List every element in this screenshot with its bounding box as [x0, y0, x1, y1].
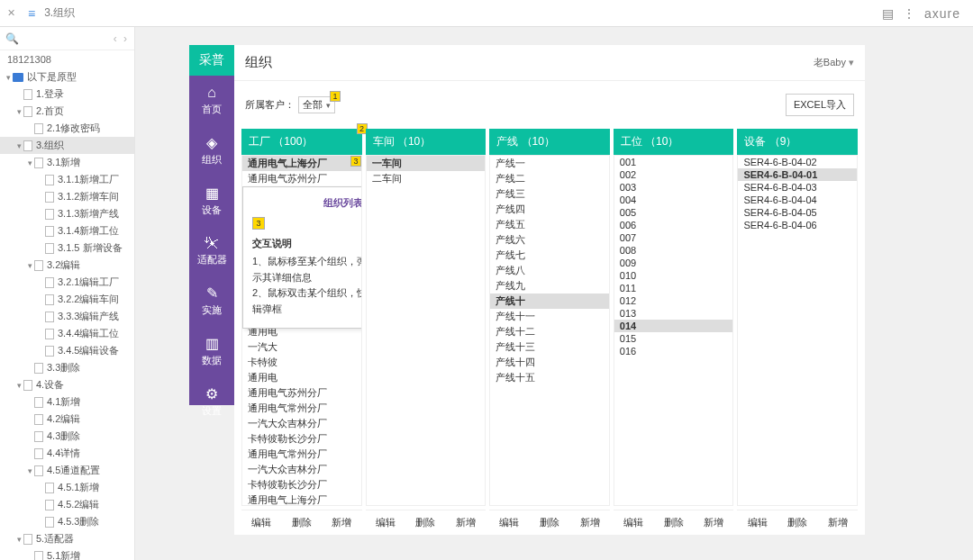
user-menu[interactable]: 老Baby: [814, 56, 854, 69]
list-item[interactable]: SER4-6-B-04-02: [738, 156, 857, 168]
delete-button[interactable]: 删除: [664, 516, 684, 529]
tree-item[interactable]: 3.1.1新增工厂: [0, 171, 134, 188]
tree-item[interactable]: 3.1.2新增车间: [0, 188, 134, 205]
list-item[interactable]: 006: [614, 219, 733, 231]
list-item[interactable]: 产线九: [490, 278, 609, 294]
add-button[interactable]: 新增: [580, 516, 600, 529]
tree-item[interactable]: 3.1.5 新增设备: [0, 239, 134, 257]
column-list[interactable]: 产线一产线二产线三产线四产线五产线六产线七产线八产线九产线十产线十一产线十二产线…: [489, 155, 610, 506]
tree-item[interactable]: ▾3.1新增: [0, 154, 134, 171]
annotation-1[interactable]: 1: [330, 91, 341, 102]
tree-item[interactable]: 4.1新增: [0, 393, 134, 411]
more-icon[interactable]: ⋮: [903, 6, 915, 21]
sidebar-item-组织[interactable]: ◈组织: [197, 125, 227, 176]
tree-item[interactable]: 3.1.4新增工位: [0, 222, 134, 239]
list-item[interactable]: 012: [614, 294, 733, 307]
prev-page-icon[interactable]: ‹: [112, 32, 119, 45]
list-item[interactable]: 卡特彼: [242, 355, 361, 370]
list-item[interactable]: 产线一: [490, 156, 609, 171]
list-item[interactable]: 一汽大众吉林分厂: [242, 416, 361, 431]
list-item[interactable]: 011: [614, 282, 733, 294]
annotation-3[interactable]: 3: [350, 156, 361, 167]
close-icon[interactable]: ✕: [4, 7, 19, 19]
list-item[interactable]: 016: [614, 345, 733, 357]
tree-item[interactable]: 3.1.3新增产线: [0, 205, 134, 222]
list-item[interactable]: 产线十四: [490, 355, 609, 370]
edit-button[interactable]: 编辑: [251, 516, 271, 529]
list-item[interactable]: 产线三: [490, 186, 609, 202]
tree-item[interactable]: 3.2.2编辑车间: [0, 291, 134, 308]
sidebar-item-适配器[interactable]: ⏧适配器: [197, 226, 227, 275]
list-item[interactable]: 通用电气上海分厂: [242, 156, 361, 171]
tree-item[interactable]: ▾3.组织: [0, 137, 134, 154]
tree-item[interactable]: 4.3删除: [0, 428, 134, 445]
hamburger-icon[interactable]: ≡: [24, 6, 39, 21]
list-item[interactable]: 产线四: [490, 202, 609, 217]
list-item[interactable]: 015: [614, 332, 733, 345]
list-item[interactable]: SER4-6-B-04-05: [738, 206, 857, 219]
tree-item[interactable]: 4.2编辑: [0, 411, 134, 428]
tree-item[interactable]: 3.3.3编辑产线: [0, 308, 134, 325]
tree-item[interactable]: 4.4详情: [0, 445, 134, 462]
edit-button[interactable]: 编辑: [748, 516, 768, 529]
add-button[interactable]: 新增: [456, 516, 476, 529]
list-item[interactable]: 产线七: [490, 248, 609, 263]
list-item[interactable]: 002: [614, 168, 733, 181]
list-item[interactable]: SER4-6-B-04-04: [738, 194, 857, 206]
tree-item[interactable]: 2.1修改密码: [0, 120, 134, 137]
tree-item[interactable]: 3.4.5编辑设备: [0, 342, 134, 359]
sidebar-item-实施[interactable]: ✎实施: [197, 275, 227, 326]
tree-item[interactable]: 3.2.1编辑工厂: [0, 274, 134, 291]
list-item[interactable]: 产线八: [490, 263, 609, 278]
list-item[interactable]: 通用电气常州分厂: [242, 447, 361, 462]
list-item[interactable]: 产线十: [490, 294, 609, 309]
delete-button[interactable]: 删除: [415, 516, 435, 529]
tree-item[interactable]: ▾2.首页: [0, 103, 134, 120]
list-item[interactable]: 001: [614, 156, 733, 168]
column-list[interactable]: 一车间二车间: [366, 155, 486, 506]
tree-item[interactable]: 1.登录: [0, 86, 134, 103]
list-item[interactable]: SER4-6-B-04-01: [738, 168, 857, 181]
list-item[interactable]: 005: [614, 206, 733, 219]
list-item[interactable]: 产线十一: [490, 309, 609, 324]
tree-item[interactable]: 4.5.1新增: [0, 479, 134, 496]
tree-item[interactable]: ▾5.适配器: [0, 530, 134, 547]
next-page-icon[interactable]: ›: [122, 32, 129, 45]
list-item[interactable]: 004: [614, 194, 733, 206]
list-item[interactable]: SER4-6-B-04-06: [738, 219, 857, 231]
list-item[interactable]: 013: [614, 307, 733, 320]
tree-item[interactable]: 5.1新增: [0, 547, 134, 560]
tree-item[interactable]: ▾3.2编辑: [0, 257, 134, 274]
tree-item[interactable]: 4.5.3删除: [0, 513, 134, 530]
list-item[interactable]: 一汽大众吉林分厂: [242, 462, 361, 477]
list-item[interactable]: 产线六: [490, 232, 609, 248]
column-list[interactable]: SER4-6-B-04-02SER4-6-B-04-01SER4-6-B-04-…: [737, 155, 858, 506]
edit-button[interactable]: 编辑: [376, 516, 396, 529]
tree-item[interactable]: ▾4.设备: [0, 376, 134, 393]
sidebar-item-设置[interactable]: ⚙设置: [197, 376, 227, 427]
list-item[interactable]: 003: [614, 181, 733, 194]
list-item[interactable]: 008: [614, 244, 733, 257]
search-icon[interactable]: 🔍: [5, 32, 19, 45]
tree-item[interactable]: 3.4.4编辑工位: [0, 325, 134, 342]
list-item[interactable]: 产线二: [490, 171, 609, 186]
edit-button[interactable]: 编辑: [623, 516, 643, 529]
sidebar-item-数据[interactable]: ▥数据: [197, 326, 227, 376]
column-list[interactable]: 0010020030040050060070080090100110120130…: [614, 155, 734, 506]
list-item[interactable]: 卡特彼勒长沙分厂: [242, 431, 361, 447]
list-item[interactable]: 产线十五: [490, 370, 609, 385]
list-item[interactable]: 通用电: [242, 370, 361, 385]
edit-button[interactable]: 编辑: [499, 516, 519, 529]
list-item[interactable]: 一汽大: [242, 339, 361, 355]
add-button[interactable]: 新增: [332, 516, 351, 529]
list-item[interactable]: 二车间: [367, 171, 486, 186]
list-item[interactable]: 通用电气苏州分厂: [242, 385, 361, 401]
list-item[interactable]: 007: [614, 231, 733, 244]
list-item[interactable]: 010: [614, 269, 733, 282]
list-item[interactable]: 通用电气常州分厂: [242, 401, 361, 416]
list-item[interactable]: 一车间: [367, 156, 486, 171]
list-item[interactable]: 014: [614, 320, 733, 332]
tree-item[interactable]: ▾4.5通道配置: [0, 462, 134, 479]
list-item[interactable]: 卡特彼勒长沙分厂: [242, 477, 361, 492]
sidebar-item-设备[interactable]: ▦设备: [197, 176, 227, 226]
